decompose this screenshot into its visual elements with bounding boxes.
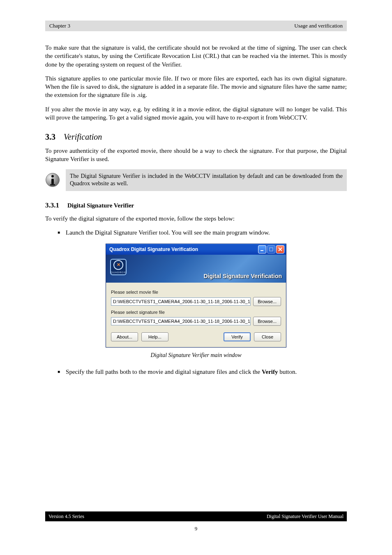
paragraph: If you alter the movie in any way, e.g. … (45, 105, 347, 122)
section-title: Digital Signature Verifier (67, 201, 134, 210)
minimize-icon (260, 247, 264, 251)
page-number: 9 (0, 525, 392, 532)
bullet-icon: ■ (58, 368, 60, 376)
step-text: Launch the Digital Signature Verifier to… (66, 228, 270, 237)
paragraph: This signature applies to one particular… (45, 74, 347, 99)
header-right: Usage and verification (294, 23, 343, 29)
page-header: Chapter 3 Usage and verification (45, 21, 347, 31)
heading-verification: 3.3 Verification (45, 131, 347, 143)
close-button[interactable] (276, 245, 284, 253)
close-dialog-button[interactable]: Close (254, 332, 281, 341)
body-text-block: To make sure that the signature is valid… (45, 44, 347, 376)
paragraph: To prove authenticity of the exported mo… (45, 147, 347, 164)
svg-rect-5 (270, 248, 273, 251)
info-icon (45, 173, 60, 187)
svg-rect-4 (261, 250, 263, 251)
about-button[interactable]: About... (111, 332, 138, 341)
heading-dsv: 3.3.1 Digital Signature Verifier (45, 201, 347, 210)
signature-file-label: Please select signature file (111, 309, 281, 315)
titlebar[interactable]: Quadrox Digital Signature Verification (106, 244, 286, 255)
note-text: The Digital Signature Verifier is includ… (66, 169, 347, 191)
svg-rect-2 (51, 179, 54, 184)
browse-movie-button[interactable]: Browse... (253, 297, 281, 306)
verify-button[interactable]: Verify (224, 332, 251, 341)
maximize-button (267, 245, 275, 253)
signature-file-input[interactable]: D:\WEBCCTVTEST1_CAMERA4_2006-11-30_11-18… (111, 317, 251, 325)
list-item: ■ Specify the full paths both to the mov… (58, 368, 347, 376)
minimize-button[interactable] (258, 245, 266, 253)
dialog-banner: ✕ QUADROX Digital Signature Verification (106, 255, 286, 283)
footer-left: Version 4.5 Series (48, 514, 84, 520)
header-left: Chapter 3 (49, 23, 70, 29)
banner-title: Digital Signature Verification (203, 272, 282, 280)
svg-rect-3 (50, 184, 55, 186)
browse-signature-button[interactable]: Browse... (253, 317, 281, 326)
section-title: Verification (64, 131, 102, 143)
section-number: 3.3 (45, 131, 55, 143)
movie-file-input[interactable]: D:\WEBCCTVTEST1_CAMERA4_2006-11-30_11-18… (111, 297, 251, 306)
movie-file-label: Please select movie file (111, 289, 281, 295)
close-icon (278, 247, 282, 251)
list-item: ■ Launch the Digital Signature Verifier … (58, 228, 347, 237)
step-text: Specify the full paths both to the movie… (66, 368, 297, 376)
svg-point-1 (51, 175, 54, 177)
quadrox-logo: ✕ QUADROX (110, 259, 127, 275)
paragraph: To make sure that the signature is valid… (45, 44, 347, 69)
figure-caption: Digital Signature Verifier main window (45, 352, 347, 359)
footer-right: Digital Signature Verifier User Manual (267, 514, 344, 520)
page-footer: Version 4.5 Series Digital Signature Ver… (45, 511, 347, 521)
paragraph: To verify the digital signature of the e… (45, 214, 347, 223)
section-number: 3.3.1 (45, 201, 59, 210)
window-title: Quadrox Digital Signature Verification (109, 246, 198, 253)
verify-word: Verify (262, 368, 278, 375)
maximize-icon (269, 247, 273, 251)
help-button[interactable]: Help... (141, 332, 168, 341)
bullet-icon: ■ (58, 228, 60, 237)
dialog-window: Quadrox Digital Signature Verification (106, 244, 286, 348)
